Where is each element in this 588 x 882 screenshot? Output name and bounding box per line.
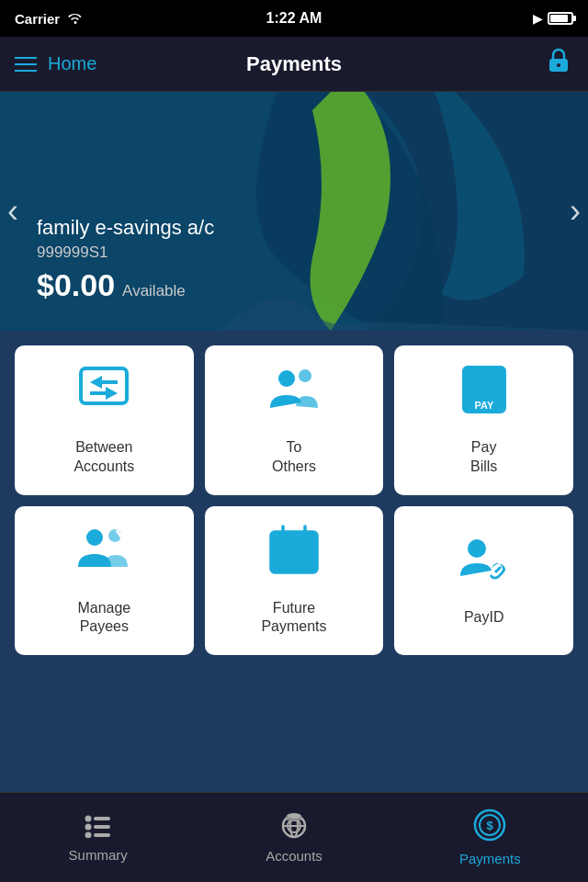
pay-bills-button[interactable]: B PAY PayBills <box>394 345 573 495</box>
svg-rect-4 <box>81 368 127 403</box>
battery-icon <box>548 12 573 25</box>
future-payments-icon <box>266 525 322 586</box>
svg-rect-32 <box>94 833 110 837</box>
pay-bills-icon: B PAY <box>457 364 512 425</box>
account-hero: family e-savings a/c 999999S1 $0.00 Avai… <box>0 92 588 331</box>
svg-rect-22 <box>291 557 297 561</box>
to-others-icon <box>266 364 322 425</box>
payid-button[interactable]: PayID <box>394 506 573 656</box>
payments-icon: $ <box>473 808 506 845</box>
svg-rect-28 <box>94 817 110 820</box>
carrier-label: Carrier <box>15 11 60 27</box>
tab-payments[interactable]: $ Payments <box>392 793 588 882</box>
payid-label: PayID <box>464 608 504 628</box>
accounts-tab-label: Accounts <box>266 848 322 864</box>
svg-point-27 <box>85 816 91 822</box>
tab-bar: Summary Accounts $ Payment <box>0 792 588 882</box>
status-left: Carrier <box>15 11 84 27</box>
between-accounts-icon <box>76 364 131 425</box>
account-info: family e-savings a/c 999999S1 $0.00 Avai… <box>37 216 214 303</box>
payment-options-grid: BetweenAccounts ToOthers <box>15 345 573 655</box>
svg-rect-19 <box>291 548 297 553</box>
menu-button[interactable] <box>15 57 37 72</box>
main-content: family e-savings a/c 999999S1 $0.00 Avai… <box>0 92 588 792</box>
account-balance-label: Available <box>122 282 186 300</box>
future-payments-label: FuturePayments <box>261 599 326 638</box>
account-number: 999999S1 <box>37 243 214 262</box>
svg-point-6 <box>299 369 311 382</box>
svg-point-29 <box>85 824 91 831</box>
svg-text:$: $ <box>487 819 494 832</box>
next-account-button[interactable]: › <box>570 192 581 231</box>
svg-point-26 <box>468 539 486 558</box>
payment-options-section: BetweenAccounts ToOthers <box>0 331 588 792</box>
account-name: family e-savings a/c <box>37 216 214 240</box>
svg-point-11 <box>86 529 103 546</box>
manage-payees-label: ManagePayees <box>77 599 130 638</box>
page-title: Payments <box>246 52 342 76</box>
to-others-button[interactable]: ToOthers <box>205 345 384 495</box>
account-balance: $0.00 <box>37 267 115 303</box>
status-bar: Carrier 1:22 AM ▶ <box>0 0 588 37</box>
svg-rect-18 <box>277 548 283 553</box>
payid-icon <box>457 534 512 595</box>
home-button[interactable]: Home <box>48 53 96 74</box>
status-right: ▶ <box>533 12 573 26</box>
summary-tab-label: Summary <box>69 847 128 863</box>
svg-text:PAY: PAY <box>474 400 493 411</box>
tab-accounts[interactable]: Accounts <box>196 793 391 882</box>
lock-icon[interactable] <box>544 46 573 82</box>
payments-tab-label: Payments <box>459 851 521 866</box>
status-time: 1:22 AM <box>266 10 322 27</box>
svg-rect-23 <box>305 557 311 561</box>
svg-rect-20 <box>305 548 311 553</box>
svg-point-39 <box>287 813 301 819</box>
svg-point-1 <box>557 63 560 67</box>
wifi-icon <box>67 11 84 27</box>
previous-account-button[interactable]: ‹ <box>7 192 18 231</box>
between-accounts-button[interactable]: BetweenAccounts <box>15 345 194 495</box>
to-others-label: ToOthers <box>272 438 316 477</box>
manage-payees-button[interactable]: ManagePayees <box>15 506 194 656</box>
between-accounts-label: BetweenAccounts <box>74 438 134 477</box>
svg-rect-25 <box>291 565 297 570</box>
pay-bills-label: PayBills <box>470 438 497 477</box>
summary-icon <box>84 812 113 842</box>
accounts-icon <box>277 811 311 842</box>
future-payments-button[interactable]: FuturePayments <box>205 506 384 656</box>
nav-bar: Home Payments <box>0 37 588 92</box>
svg-text:B: B <box>475 371 492 399</box>
tab-summary[interactable]: Summary <box>0 793 196 882</box>
manage-payees-icon <box>76 525 131 586</box>
svg-rect-30 <box>94 825 110 829</box>
svg-rect-21 <box>277 557 283 561</box>
svg-rect-24 <box>277 565 283 570</box>
location-icon: ▶ <box>533 12 542 26</box>
svg-point-5 <box>278 370 295 387</box>
svg-point-31 <box>85 832 91 839</box>
